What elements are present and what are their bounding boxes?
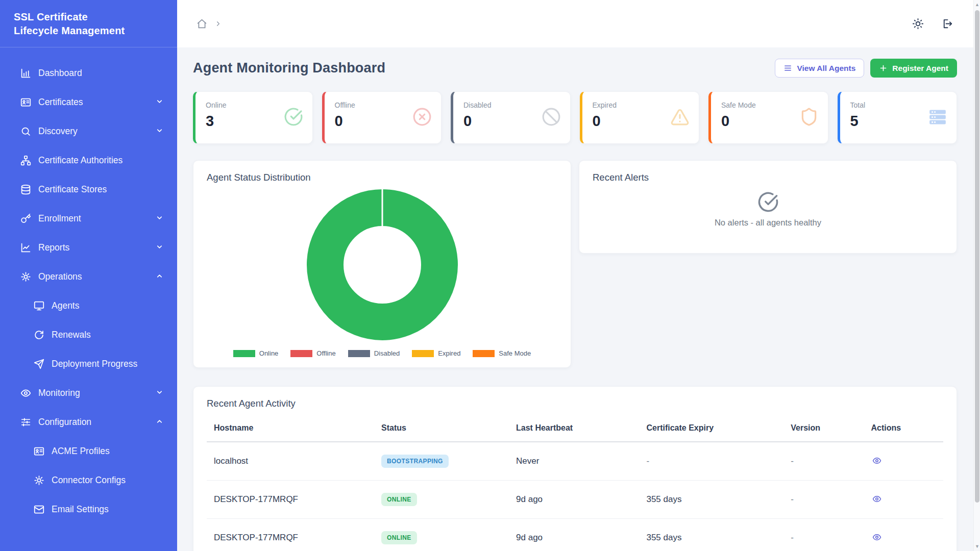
col-status: Status [381, 415, 516, 442]
chevron-down-icon [156, 388, 163, 398]
brand-line2: Lifecycle Management [14, 24, 163, 38]
sidebar-item-label: Discovery [38, 126, 78, 137]
view-all-agents-button[interactable]: View All Agents [775, 59, 864, 78]
cell-heartbeat: 9d ago [516, 519, 646, 551]
app-brand: SSL Certificate Lifecycle Management [0, 0, 177, 47]
sidebar-item-label: Email Settings [52, 504, 109, 515]
eye-icon [20, 388, 31, 398]
status-badge: ONLINE [381, 493, 417, 506]
send-icon [34, 359, 44, 369]
eye-icon [872, 533, 881, 542]
sidebar-item-label: ACME Profiles [52, 446, 110, 457]
sidebar-item-discovery[interactable]: Discovery [0, 117, 177, 146]
cell-expiry: 355 days [646, 481, 791, 519]
plus-icon [879, 64, 888, 72]
view-agent-button[interactable] [871, 493, 883, 505]
sidebar-item-certificate-authorities[interactable]: Certificate Authorities [0, 146, 177, 175]
chevron-down-icon [156, 126, 163, 137]
sidebar-item-operations[interactable]: Operations [0, 262, 177, 291]
sidebar-item-label: Deployment Progress [52, 359, 137, 369]
check-circle-icon [284, 107, 303, 127]
sidebar-item-acme-profiles[interactable]: ACME Profiles [0, 437, 177, 466]
sidebar-item-email-settings[interactable]: Email Settings [0, 495, 177, 524]
line-chart-icon [20, 242, 31, 253]
view-agent-button[interactable] [871, 532, 883, 543]
sidebar-item-label: Reports [38, 242, 69, 253]
sidebar-item-certificate-stores[interactable]: Certificate Stores [0, 175, 177, 204]
legend-swatch [290, 350, 312, 357]
sidebar-item-label: Renewals [52, 330, 91, 340]
check-circle-icon [757, 191, 779, 213]
cell-hostname: DESKTOP-177MRQF [207, 481, 381, 519]
home-icon[interactable] [197, 18, 207, 29]
alerts-empty-message: No alerts - all agents healthy [715, 218, 821, 228]
monitor-icon [34, 300, 44, 311]
alerts-title: Recent Alerts [593, 172, 943, 183]
logout-icon [941, 18, 953, 30]
sidebar-item-label: Certificate Authorities [38, 155, 122, 166]
theme-toggle-button[interactable] [912, 18, 924, 30]
vertical-scrollbar[interactable]: ▲ ▼ [973, 0, 980, 551]
legend-label: Disabled [374, 349, 400, 357]
sidebar-item-label: Enrollment [38, 213, 81, 224]
cell-expiry: 355 days [646, 519, 791, 551]
key-icon [20, 213, 31, 224]
sidebar-item-configuration[interactable]: Configuration [0, 408, 177, 437]
bar-chart-icon [20, 68, 31, 79]
register-agent-label: Register Agent [892, 64, 948, 73]
sidebar-item-deployment-progress[interactable]: Deployment Progress [0, 349, 177, 379]
legend-item-disabled[interactable]: Disabled [348, 349, 400, 357]
sidebar: SSL Certificate Lifecycle Management Das… [0, 0, 177, 551]
stat-card-expired: Expired 0 [580, 91, 700, 144]
sidebar-item-label: Configuration [38, 417, 91, 428]
legend-label: Offline [316, 349, 335, 357]
legend-label: Expired [438, 349, 460, 357]
agent-activity-table: Hostname Status Last Heartbeat Certifica… [207, 415, 943, 551]
chart-legend: Online Offline Disabled Expired Safe Mod… [207, 349, 557, 357]
sidebar-item-connector-configs[interactable]: Connector Configs [0, 466, 177, 495]
sidebar-item-dashboard[interactable]: Dashboard [0, 59, 177, 88]
page-title: Agent Monitoring Dashboard [193, 60, 385, 76]
col-hostname: Hostname [207, 415, 381, 442]
sidebar-item-label: Operations [38, 271, 82, 282]
sidebar-item-monitoring[interactable]: Monitoring [0, 379, 177, 408]
legend-item-expired[interactable]: Expired [412, 349, 460, 357]
server-stack-icon [928, 107, 947, 127]
legend-item-offline[interactable]: Offline [290, 349, 335, 357]
cell-version: - [791, 481, 871, 519]
topbar [177, 0, 973, 47]
id-card-icon [20, 97, 31, 108]
sidebar-item-renewals[interactable]: Renewals [0, 320, 177, 349]
sidebar-item-certificates[interactable]: Certificates [0, 88, 177, 117]
sitemap-icon [20, 155, 31, 166]
scrollbar-down-arrow[interactable]: ▼ [974, 543, 980, 550]
sidebar-item-agents[interactable]: Agents [0, 291, 177, 320]
status-badge: ONLINE [381, 531, 417, 544]
table-row: DESKTOP-177MRQF ONLINE 9d ago 355 days - [207, 481, 943, 519]
sidebar-item-reports[interactable]: Reports [0, 233, 177, 262]
scrollbar-thumb[interactable] [975, 10, 979, 503]
legend-item-online[interactable]: Online [233, 349, 279, 357]
legend-item-safe-mode[interactable]: Safe Mode [473, 349, 531, 357]
chevron-down-icon [156, 213, 163, 224]
view-all-agents-label: View All Agents [797, 64, 855, 73]
stat-card-total: Total 5 [838, 91, 958, 144]
brand-line1: SSL Certificate [14, 10, 163, 24]
cell-heartbeat: Never [516, 442, 646, 481]
eye-icon [872, 456, 881, 465]
col-actions: Actions [871, 415, 943, 442]
chevron-up-icon [156, 271, 163, 282]
rotate-icon [34, 330, 44, 340]
id-card-icon [34, 446, 44, 457]
list-icon [783, 64, 792, 72]
scrollbar-up-arrow[interactable]: ▲ [974, 1, 980, 8]
sidebar-item-label: Agents [52, 300, 79, 311]
chevron-down-icon [156, 97, 163, 108]
logout-button[interactable] [941, 18, 953, 30]
view-agent-button[interactable] [871, 455, 883, 466]
sidebar-item-enrollment[interactable]: Enrollment [0, 204, 177, 233]
col-last-heartbeat: Last Heartbeat [516, 415, 646, 442]
sidebar-item-label: Dashboard [38, 68, 82, 79]
register-agent-button[interactable]: Register Agent [870, 59, 957, 78]
chart-title: Agent Status Distribution [207, 172, 557, 183]
